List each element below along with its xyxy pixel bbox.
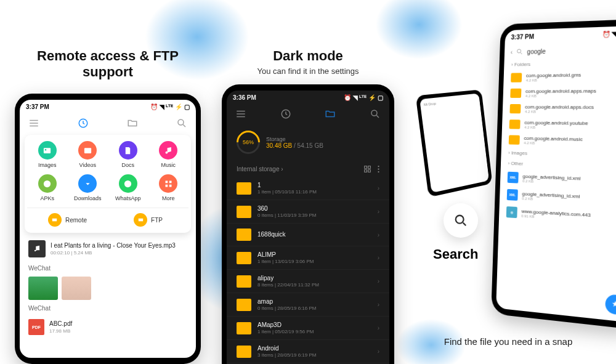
search-bar[interactable]: ‹ google ⊘	[505, 41, 616, 59]
music-thumb	[28, 240, 46, 257]
category-label: Docs	[121, 162, 134, 168]
folder-icon[interactable]	[127, 118, 138, 129]
recent-icon[interactable]	[280, 108, 291, 119]
breadcrumb[interactable]: Internal storage ›	[237, 166, 283, 172]
folder-icon	[509, 119, 521, 129]
category-downloads[interactable]: Downloads	[68, 174, 108, 201]
folder-icon	[237, 346, 251, 358]
xml-icon: XML	[507, 189, 518, 201]
result-row[interactable]: com.google.android.youtube4.2 KB	[506, 116, 616, 134]
category-whatsapp[interactable]: WhatsApp	[108, 174, 148, 201]
mini-phone: Mi Drop	[416, 89, 493, 197]
search-icon[interactable]	[176, 118, 187, 129]
svg-rect-18	[365, 166, 367, 169]
result-row[interactable]: com.google.android.gms4.2 KB	[507, 68, 616, 85]
image-thumb-1[interactable]	[28, 277, 58, 300]
pdf-icon: PDF	[28, 319, 44, 335]
svg-point-25	[517, 49, 521, 53]
folder-meta: 8 items | 22/04/19 11:32 PM	[257, 282, 319, 288]
chevron-right-icon: ›	[378, 325, 379, 331]
recent-icon[interactable]	[78, 118, 89, 129]
status-time: 3:37 PM	[511, 33, 534, 41]
folder-icon[interactable]	[325, 108, 336, 119]
category-label: WhatsApp	[115, 195, 141, 201]
svg-rect-2	[44, 148, 51, 153]
folder-row[interactable]: 1688quick›	[227, 224, 389, 246]
storage-ring: 56%	[232, 126, 265, 159]
folder-icon	[510, 89, 521, 98]
phone-screen-3: 3:37 PM ⏰ ◥ ᴸᵀᴱ ▢ ‹ google ⊘ › Folders c…	[496, 25, 616, 322]
more-icon	[159, 174, 177, 193]
folder-row[interactable]: Android3 items | 28/05/19 6:19 PM›	[227, 340, 389, 363]
file-row[interactable]: I eat Plants for a living - Close Your E…	[20, 235, 196, 262]
folder-row[interactable]: 11 item | 05/10/18 11:16 PM›	[227, 177, 389, 200]
svg-point-1	[178, 119, 184, 125]
remote-button[interactable]: Remote	[27, 213, 108, 227]
chevron-right-icon: ›	[378, 185, 379, 192]
phone-frame-3: 3:37 PM ⏰ ◥ ᴸᵀᴱ ▢ ‹ google ⊘ › Folders c…	[491, 18, 616, 330]
grid-view-icon[interactable]	[363, 165, 371, 173]
folder-name: 1	[257, 182, 317, 188]
image-thumbs[interactable]	[20, 274, 196, 302]
file-name: I eat Plants for a living - Close Your E…	[51, 242, 176, 249]
result-row[interactable]: com.google.android.apps.docs4.2 KB	[506, 101, 616, 118]
folder-meta: 1 item | 13/01/19 3:06 PM	[257, 259, 314, 264]
more-icon[interactable]	[378, 165, 379, 173]
folder-row[interactable]: ALIMP1 item | 13/01/19 3:06 PM›	[227, 246, 389, 270]
result-name: com.google.android.gms	[526, 72, 582, 78]
svg-rect-20	[365, 170, 367, 172]
folder-icon	[237, 229, 251, 241]
category-label: More	[162, 195, 175, 201]
folder-name: amap	[257, 298, 316, 305]
svg-point-6	[44, 180, 51, 187]
back-icon[interactable]: ‹	[511, 49, 513, 55]
svg-point-24	[378, 171, 379, 172]
status-icons: ⏰ ◥ ᴸᵀᴱ ▢	[602, 30, 616, 38]
svg-rect-4	[84, 148, 91, 153]
menu-icon[interactable]	[28, 118, 39, 129]
storage-widget[interactable]: 56% Storage 30.48 GB / 54.15 GB	[227, 123, 389, 161]
menu-icon[interactable]	[235, 108, 246, 119]
folder-icon	[237, 322, 251, 334]
category-images[interactable]: Images	[27, 141, 68, 168]
svg-point-3	[45, 149, 47, 151]
category-music[interactable]: Music	[148, 141, 189, 168]
status-bar-dark: 3:36 PM ⏰ ◥ ᴸᵀᴱ ⚡ ▢	[227, 91, 389, 105]
xml-icon: XML	[508, 172, 519, 184]
folder-row[interactable]: amap0 items | 28/05/19 6:16 PM›	[227, 293, 389, 317]
result-meta: 4.2 KB	[525, 110, 594, 114]
result-meta: 4.2 KB	[526, 78, 581, 82]
status-bar: 3:37 PM ⏰ ◥ ᴸᵀᴱ ⚡ ▢	[20, 100, 196, 114]
folder-row[interactable]: AMap3D1 item | 05/02/19 9:56 PM›	[227, 317, 389, 340]
image-thumb-2[interactable]	[62, 277, 91, 300]
file-meta: 00:02:10 | 5.24 MB	[51, 250, 176, 256]
svg-point-17	[371, 110, 377, 116]
category-more[interactable]: More	[148, 174, 189, 201]
svg-point-14	[34, 250, 36, 251]
svg-point-23	[378, 168, 379, 169]
folder-icon	[237, 182, 251, 195]
mini-label: Mi Drop	[424, 97, 477, 107]
folder-row[interactable]: 3600 items | 11/03/19 3:39 PM›	[227, 200, 389, 224]
result-row[interactable]: com.google.android.apps.maps4.2 KB	[506, 84, 616, 101]
folder-icon	[237, 275, 251, 288]
crumb-actions[interactable]	[363, 165, 379, 173]
folder-meta: 1 item | 05/02/19 9:56 PM	[257, 329, 314, 334]
svg-rect-9	[169, 180, 172, 183]
panel2-heading: Dark mode	[273, 48, 343, 64]
breadcrumb-row[interactable]: Internal storage ›	[227, 161, 389, 177]
folder-name: 360	[257, 205, 316, 212]
music-icon	[159, 141, 177, 160]
folder-icon	[237, 299, 251, 311]
category-apks[interactable]: APKs	[27, 174, 68, 201]
ftp-button[interactable]: FTP	[108, 213, 188, 227]
category-docs[interactable]: Docs	[108, 141, 148, 168]
download-icon	[78, 174, 97, 193]
pdf-row[interactable]: PDF ABC.pdf 17.98 MB	[20, 314, 196, 340]
search-query[interactable]: google	[527, 47, 546, 55]
search-icon[interactable]	[370, 108, 381, 119]
clean-fab[interactable]	[605, 294, 616, 315]
folder-row[interactable]: alipay8 items | 22/04/19 11:32 PM›	[227, 270, 389, 293]
status-icons: ⏰ ◥ ᴸᵀᴱ ⚡ ▢	[344, 94, 383, 101]
category-videos[interactable]: Videos	[68, 141, 108, 168]
